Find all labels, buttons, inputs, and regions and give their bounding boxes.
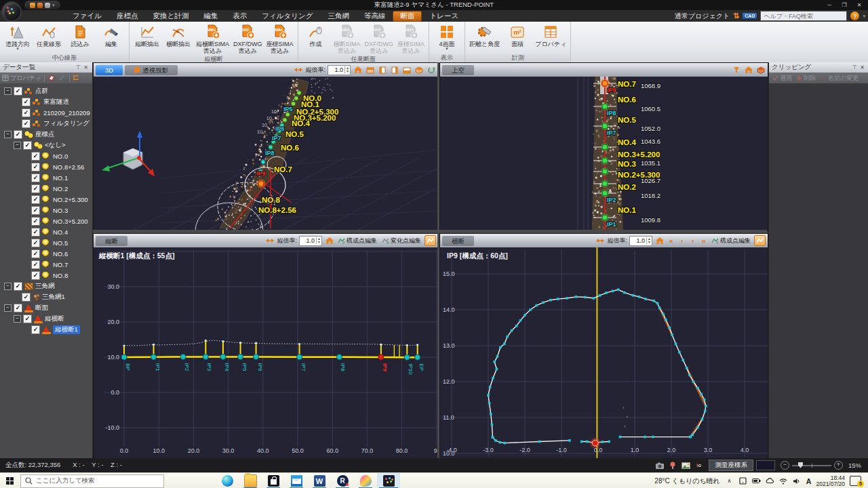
menu-item-5[interactable]: フィルタリング	[254, 11, 320, 22]
checkbox[interactable]: ✓	[31, 174, 40, 182]
edit-change-points-button[interactable]: 変化点編集	[380, 237, 422, 245]
station-point[interactable]	[602, 190, 608, 196]
tree-item-東富隧道[interactable]: ✓ 東富隧道	[0, 96, 92, 107]
station-point-EP[interactable]	[415, 354, 420, 360]
tree-item-NO.8[interactable]: ✓ NO.8	[0, 270, 92, 281]
coordinate-system-chip[interactable]: 測量座標系	[709, 460, 753, 471]
checkbox[interactable]: ✓	[31, 184, 40, 193]
tray-expand-icon[interactable]: ∧	[725, 476, 734, 485]
image-icon[interactable]	[680, 461, 691, 470]
outline-point[interactable]	[549, 299, 552, 302]
outline-point[interactable]	[494, 439, 497, 442]
menu-item-7[interactable]: 等高線	[357, 11, 393, 22]
tree-item-三角網[interactable]: − ✓ 三角網	[0, 281, 92, 291]
outline-point[interactable]	[682, 359, 685, 361]
tree-item-NO.2+5.300[interactable]: ✓ NO.2+5.300	[0, 194, 92, 205]
wifi-icon[interactable]	[779, 476, 788, 485]
outline-point[interactable]	[496, 355, 499, 358]
tree-item-フィルタリング[interactable]: ✓ フィルタリング	[0, 118, 92, 129]
view-iso-icon[interactable]	[414, 65, 424, 75]
outline-point[interactable]	[669, 327, 671, 329]
outline-point[interactable]	[662, 313, 665, 316]
outline-point[interactable]	[644, 298, 647, 300]
first-section-button[interactable]: «	[667, 237, 675, 245]
cross-section-chart[interactable]: 15.014.013.012.011.010.0-4.0-3.0-2.0-1.0…	[440, 247, 768, 458]
start-button[interactable]	[0, 473, 20, 488]
outline-point[interactable]	[504, 442, 507, 445]
station-point[interactable]	[602, 123, 608, 129]
view-left-icon[interactable]	[389, 65, 399, 75]
outline-point[interactable]	[599, 294, 601, 297]
ribbon-button-作成[interactable]: 作成	[300, 23, 332, 55]
outline-point[interactable]	[586, 441, 589, 443]
menu-item-6[interactable]: 三角網	[320, 11, 357, 22]
menu-item-0[interactable]: ファイル	[65, 11, 109, 22]
outline-point[interactable]	[538, 441, 541, 443]
snapshot-icon[interactable]	[654, 461, 665, 470]
properties-button[interactable]: プロパティ	[2, 74, 41, 83]
survey-point[interactable]	[283, 118, 287, 122]
checkbox[interactable]: ✓	[22, 293, 31, 302]
outline-point[interactable]	[524, 314, 526, 317]
fit-scale-icon[interactable]	[265, 236, 275, 245]
selected-survey-point[interactable]	[258, 181, 264, 186]
eraser-icon[interactable]	[47, 74, 56, 83]
help-caret-icon[interactable]: ▾	[863, 14, 865, 19]
outline-point[interactable]	[542, 302, 545, 304]
home-icon[interactable]	[353, 65, 363, 75]
expander-icon[interactable]: −	[14, 315, 21, 323]
outline-point[interactable]	[665, 319, 667, 321]
tree-item-210209_210209[interactable]: ✓ 210209_210209	[0, 107, 92, 118]
outline-point[interactable]	[688, 374, 691, 377]
outline-point[interactable]	[491, 424, 494, 426]
station-point-IP9[interactable]	[378, 354, 384, 360]
tree-item-NO.5[interactable]: ✓ NO.5	[0, 237, 92, 248]
outline-point[interactable]	[515, 325, 518, 327]
tree-item-縦横断1[interactable]: ✓ 縦横断1	[0, 324, 92, 335]
zoom-out-button[interactable]: −	[781, 461, 789, 470]
background-color-swatch[interactable]	[756, 460, 775, 470]
outline-point[interactable]	[575, 296, 578, 298]
ribbon-button-編集[interactable]: 編集	[96, 23, 127, 54]
menu-item-8[interactable]: 断面	[393, 11, 422, 22]
view-rotate-icon[interactable]	[426, 65, 436, 75]
outline-point[interactable]	[608, 441, 610, 443]
taskbar-app-edge[interactable]	[216, 473, 239, 488]
taskbar-app-explorer[interactable]	[239, 473, 262, 488]
pin-icon[interactable]: ⊤	[851, 64, 859, 71]
tablet-icon[interactable]	[738, 476, 747, 485]
checkbox[interactable]: ✓	[23, 141, 32, 150]
menu-item-4[interactable]: 表示	[225, 11, 254, 22]
delete-button[interactable]: 削除	[796, 74, 816, 83]
fit-scale-icon[interactable]	[294, 65, 304, 75]
menu-item-3[interactable]: 編集	[196, 11, 225, 22]
checkbox[interactable]: ✓	[31, 163, 40, 171]
outline-point[interactable]	[689, 436, 692, 439]
notification-center-icon[interactable]: 5	[850, 476, 861, 486]
outline-point[interactable]	[593, 297, 595, 300]
close-button[interactable]: ✕	[852, 0, 867, 9]
pin-icon[interactable]: ⊤	[75, 64, 82, 71]
outline-point[interactable]	[701, 393, 703, 396]
cad-badge-icon[interactable]: CAD	[743, 13, 757, 19]
outline-point[interactable]	[487, 394, 490, 396]
outline-point[interactable]	[671, 333, 673, 336]
tree-item-NO.8+2.56[interactable]: ✓ NO.8+2.56	[0, 161, 92, 172]
survey-point[interactable]	[294, 96, 298, 100]
outline-point[interactable]	[703, 399, 706, 401]
marker-lamp-icon[interactable]	[667, 461, 678, 470]
outline-point[interactable]	[506, 336, 509, 338]
app-icon[interactable]	[3, 3, 20, 20]
outline-point[interactable]	[566, 297, 568, 300]
outline-point[interactable]	[692, 434, 694, 436]
tree-item-NO.6[interactable]: ✓ NO.6	[0, 248, 92, 259]
help-button[interactable]: ?	[850, 12, 859, 20]
taskbar-app-paint[interactable]	[354, 473, 377, 488]
taskbar-app-trend-point[interactable]	[377, 473, 400, 488]
taskbar-app-store[interactable]	[262, 473, 285, 488]
outline-point[interactable]	[696, 387, 699, 390]
outline-point[interactable]	[496, 368, 498, 371]
station-point-IP10[interactable]	[404, 354, 410, 360]
vscale-spinner-3d[interactable]: 1.0▲▼	[328, 65, 351, 75]
outline-point[interactable]	[623, 291, 626, 294]
